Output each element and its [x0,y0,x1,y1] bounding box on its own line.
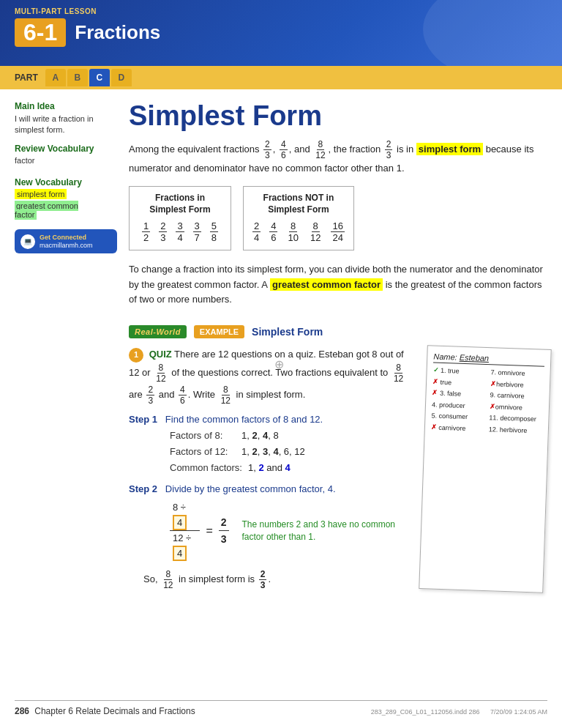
example-badge: EXAMPLE [194,325,244,338]
table2-fractions: 24 46 810 812 1624 [252,220,345,244]
fraction-5-8: 58 [210,220,218,244]
div-note: The numbers 2 and 3 have no common facto… [242,519,411,543]
fraction-16-24: 1624 [331,220,344,244]
fraction-8-12-t: 812 [309,220,322,244]
crosshair-center: ⊕ [274,357,284,371]
quiz-item-6: ✗ carnivore [431,423,484,434]
step1-content: Factors of 8: 1, 2, 4, 8 Factors of 12: … [170,428,411,476]
tab-b[interactable]: B [67,69,88,86]
quiz-item-1: ✓ 1. true [432,366,486,378]
quiz-item-8: ✗herbivore [490,379,544,391]
fraction-3-4: 34 [176,220,184,244]
example1-content: 1 QUIZ There are 12 questions on a quiz.… [129,347,411,591]
simplest-form-highlight: simplest form [416,143,483,155]
lesson-title: Fractions [75,21,160,44]
result-fraction: 2 3 [219,514,229,548]
page-title: Simplest Form [129,101,547,132]
part-tabs-bar: PART A B C D [0,66,562,89]
quiz-card: Name: Esteban ✓ 1. true 7. omnivore ✗ tr… [419,345,552,593]
tab-d[interactable]: D [111,69,132,86]
quiz-item-4: 4. producer [432,400,485,412]
real-world-badge: Real-World [129,325,187,338]
fraction-8-12-eq: 8 12 [392,363,405,385]
fraction-2-3: 2 3 [263,139,271,161]
fraction-8-12: 8 12 [314,139,326,161]
review-vocab-title: Review Vocabulary [15,144,117,154]
fraction-2-3-t: 23 [159,220,167,244]
intro-paragraph: Among the equivalent fractions 2 3 , 4 6… [129,139,547,177]
gcf-description: To change a fraction into its simplest f… [129,262,547,308]
fraction-1-2: 12 [142,220,150,244]
student-name: Esteban [460,353,490,363]
fraction-4-6-eq: 4 6 [179,385,187,406]
tab-a[interactable]: A [45,69,66,86]
new-vocab-item2: greatest commonfactor [15,201,117,219]
review-vocab-item: factor [15,156,117,165]
example-number-1: 1 [129,348,143,363]
conclusion-fraction-2-3: 2 3 [259,569,267,591]
quiz-item-3: ✗ 3. false [432,389,485,401]
division-eq-row: 8 ÷ 4 12 ÷ 4 = 2 3 The num [170,500,411,562]
fraction-8-12-prob: 8 12 [154,363,167,385]
quiz-card-name: Name: Esteban [433,352,544,367]
content-wrapper: Main Idea I will write a fraction in sim… [0,89,562,603]
quiz-item-5: 5. consumer [431,412,484,423]
table1-title: Fractions inSimplest Form [138,193,222,215]
fraction-tables: Fractions inSimplest Form 12 23 34 37 58… [129,186,547,250]
part-label: PART [15,73,38,83]
common-factors: Common factors: 1, 2 and 4 [170,460,411,476]
new-vocab-title: New Vocabulary [15,177,117,187]
main-idea-title: Main Idea [15,101,117,111]
page-header: Multi-Part Lesson 6-1 Fractions [0,0,562,66]
fraction-2-3-ref: 2 3 [385,139,393,161]
table1-fractions: 12 23 34 37 58 [138,220,222,244]
conclusion: So, 8 12 in simplest form is 2 3 . [143,569,411,591]
gcf-highlight: greatest common factor [270,278,383,291]
computer-icon: 💻 [20,234,35,249]
real-world-header: Real-World EXAMPLE Simplest Form [129,325,547,338]
quiz-item-9: 9. carnivore [490,390,543,402]
quiz-item-10: ✗omnivore [490,402,543,414]
fractions-in-simplest-form-table: Fractions inSimplest Form 12 23 34 37 58 [129,186,231,250]
quiz-item-12: 12. herbivore [489,425,542,437]
lesson-number: 6-1 [15,18,66,47]
fraction-2-3-eq: 2 3 [146,385,154,406]
fractions-not-in-simplest-form-table: Fractions NOT inSimplest Form 24 46 810 … [243,186,354,250]
fraction-2-4: 24 [252,220,261,244]
conclusion-fraction-8-12: 8 12 [162,569,174,591]
new-vocab-item1: simplest form [15,190,117,198]
fraction-3-7: 37 [193,220,201,244]
main-content: Simplest Form Among the equivalent fract… [129,101,547,591]
real-world-section: Real-World EXAMPLE Simplest Form 1 QUIZ … [129,325,547,591]
sidebar: Main Idea I will write a fraction in sim… [15,101,117,591]
get-connected-box[interactable]: 💻 Get Connected macmillanmh.com [15,229,117,254]
quiz-item-11: 11. decomposer [489,413,542,425]
step1-text: Find the common factors of 8 and 12. [165,414,323,425]
page-footer: 286 Chapter 6 Relate Decimals and Fracti… [15,700,547,716]
step2-label: Step 2 Divide by the greatest common fac… [129,483,411,494]
division-equation: 8 ÷ 4 12 ÷ 4 = 2 3 The num [170,500,411,562]
fraction-4-6: 4 6 [280,139,288,161]
example1: 1 QUIZ There are 12 questions on a quiz.… [129,347,547,591]
step2-text: Divide by the greatest common factor, 4. [165,483,336,494]
equals-sign: = [206,524,212,538]
header-decoration [416,0,562,66]
get-connected-text: Get Connected macmillanmh.com [40,234,93,250]
fraction-4-6: 46 [269,220,277,244]
main-idea-text: I will write a fraction in simplest form… [15,114,117,136]
footer-file-info: 283_289_C06_L01_112056.indd 286 7/20/09 … [371,705,547,716]
quiz-item-2: ✗ true [432,377,486,389]
tab-c[interactable]: C [89,69,110,86]
example1-problem: 1 QUIZ There are 12 questions on a quiz.… [129,347,411,406]
step1-label: Step 1 Find the common factors of 8 and … [129,414,411,425]
fraction-8-10: 810 [286,220,299,244]
footer-page-number: 286 Chapter 6 Relate Decimals and Fracti… [15,705,195,716]
quiz-card-items: ✓ 1. true 7. omnivore ✗ true ✗herbivore … [431,366,544,437]
factors-of-8: Factors of 8: 1, 2, 4, 8 [170,428,411,444]
division-fraction: 8 ÷ 4 12 ÷ 4 [170,500,200,562]
quiz-item-7: 7. omnivore [490,368,544,379]
rw-subtitle: Simplest Form [252,326,323,338]
quiz-label: QUIZ [149,349,172,360]
fraction-8-12-write: 8 12 [220,385,232,406]
factors-of-12: Factors of 12: 1, 2, 3, 4, 6, 12 [170,444,411,460]
